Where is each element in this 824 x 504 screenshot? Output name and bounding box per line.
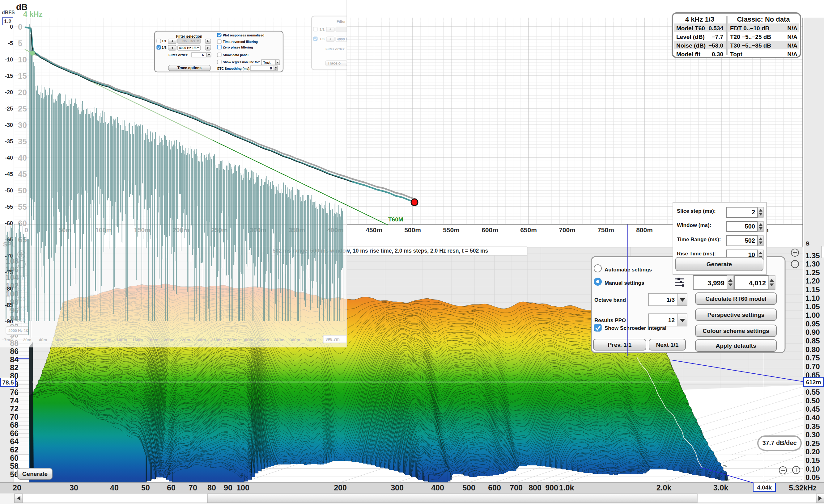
svg-text:86: 86 xyxy=(10,347,18,356)
svg-text:1/3: 1/3 xyxy=(667,296,675,303)
svg-text:Window (ms):: Window (ms): xyxy=(677,222,711,228)
svg-text:900: 900 xyxy=(545,483,558,492)
svg-text:Next 1/1: Next 1/1 xyxy=(656,342,679,348)
svg-text:70: 70 xyxy=(10,412,18,421)
svg-text:700: 700 xyxy=(510,483,523,492)
svg-text:200: 200 xyxy=(334,483,347,492)
svg-text:3,999: 3,999 xyxy=(708,279,724,287)
svg-text:500m: 500m xyxy=(404,226,421,234)
svg-text:Show Schroeder integral: Show Schroeder integral xyxy=(605,325,666,331)
svg-text:1.35: 1.35 xyxy=(806,251,820,260)
svg-text:0.55: 0.55 xyxy=(806,388,820,396)
svg-text:N/A: N/A xyxy=(787,42,798,49)
svg-text:50: 50 xyxy=(141,483,150,492)
svg-text:76: 76 xyxy=(10,388,18,396)
svg-text:500: 500 xyxy=(745,223,755,230)
svg-text:-15: -15 xyxy=(5,73,13,79)
svg-text:400: 400 xyxy=(431,483,444,492)
svg-text:66: 66 xyxy=(10,429,18,437)
svg-text:Manual settings: Manual settings xyxy=(605,280,644,286)
svg-text:s: s xyxy=(806,239,810,247)
svg-text:-25: -25 xyxy=(5,106,13,112)
svg-text:Perspective settings: Perspective settings xyxy=(708,311,765,318)
svg-text:0.25: 0.25 xyxy=(806,439,820,448)
svg-text:EDT 0..−10 dB: EDT 0..−10 dB xyxy=(730,25,769,31)
svg-text:700m: 700m xyxy=(559,226,576,234)
svg-text:-35: -35 xyxy=(5,138,13,144)
svg-text:T20 −5..−25 dB: T20 −5..−25 dB xyxy=(730,34,771,40)
svg-text:Generate: Generate xyxy=(22,471,47,477)
svg-text:Trace options: Trace options xyxy=(178,66,202,70)
svg-text:Show data panel: Show data panel xyxy=(223,53,248,57)
svg-text:ETC Smoothing (ms):: ETC Smoothing (ms): xyxy=(217,67,250,71)
svg-text:550m: 550m xyxy=(443,226,459,234)
svg-text:Topt: Topt xyxy=(730,51,742,57)
svg-text:0.85: 0.85 xyxy=(806,337,820,345)
svg-text:1.00: 1.00 xyxy=(806,311,820,319)
svg-text:4000 Hz 1/3: 4000 Hz 1/3 xyxy=(179,46,197,50)
svg-text:78.5: 78.5 xyxy=(2,379,14,386)
svg-text:1.2: 1.2 xyxy=(4,18,11,24)
svg-text:Show regression line for:: Show regression line for: xyxy=(223,60,260,64)
svg-text:37.7 dB/dec: 37.7 dB/dec xyxy=(762,439,797,446)
svg-text:Octave band: Octave band xyxy=(594,297,626,303)
svg-text:Colour scheme settings: Colour scheme settings xyxy=(703,328,769,334)
svg-text:0.534: 0.534 xyxy=(708,25,723,31)
svg-text:Level (dB): Level (dB) xyxy=(676,34,705,40)
svg-text:2.0k: 2.0k xyxy=(656,483,672,492)
svg-text:-80: -80 xyxy=(5,286,13,292)
svg-text:Filter order:: Filter order: xyxy=(169,53,189,57)
svg-text:0.80: 0.80 xyxy=(806,345,820,354)
svg-text:1.10: 1.10 xyxy=(806,294,820,302)
svg-text:68: 68 xyxy=(10,421,18,429)
svg-text:82: 82 xyxy=(10,363,18,372)
svg-text:Automatic settings: Automatic settings xyxy=(605,267,652,273)
svg-text:-85: -85 xyxy=(5,302,13,308)
svg-text:0.50: 0.50 xyxy=(806,396,820,405)
svg-text:612m: 612m xyxy=(806,379,821,385)
svg-text:0.35: 0.35 xyxy=(806,422,820,430)
svg-text:0.75: 0.75 xyxy=(806,354,820,362)
svg-text:20: 20 xyxy=(13,483,21,492)
svg-text:64: 64 xyxy=(10,437,18,446)
svg-text:-60: -60 xyxy=(5,220,13,226)
svg-text:450m: 450m xyxy=(366,226,382,234)
svg-text:dBFS: dBFS xyxy=(2,10,15,15)
svg-text:0.70: 0.70 xyxy=(806,362,820,371)
svg-text:1/1: 1/1 xyxy=(162,39,167,43)
svg-text:Apply defaults: Apply defaults xyxy=(716,343,756,349)
svg-text:0.05: 0.05 xyxy=(806,473,820,482)
svg-text:4,012: 4,012 xyxy=(749,279,766,287)
svg-text:58: 58 xyxy=(10,462,18,470)
svg-text:1.05: 1.05 xyxy=(806,302,820,311)
svg-text:600m: 600m xyxy=(482,226,498,234)
svg-text:0.30: 0.30 xyxy=(712,51,723,57)
svg-text:N/A: N/A xyxy=(787,51,798,57)
svg-text:4 kHz: 4 kHz xyxy=(23,10,43,18)
svg-text:800m: 800m xyxy=(636,226,653,234)
svg-text:-20: -20 xyxy=(5,89,13,96)
svg-text:12: 12 xyxy=(668,317,675,323)
svg-text:Filter selection: Filter selection xyxy=(176,34,202,39)
svg-text:Time Range (ms):: Time Range (ms): xyxy=(677,237,721,242)
svg-text:0.20: 0.20 xyxy=(806,448,820,456)
svg-text:−53.0: −53.0 xyxy=(708,42,723,49)
svg-text:0.10: 0.10 xyxy=(806,465,820,473)
svg-text:-90: -90 xyxy=(5,319,13,325)
svg-text:60: 60 xyxy=(167,483,176,492)
svg-text:-40: -40 xyxy=(5,155,13,161)
svg-text:-55: -55 xyxy=(5,204,13,210)
svg-text:-30: -30 xyxy=(5,122,13,128)
svg-text:Generate: Generate xyxy=(707,261,732,267)
svg-text:6: 6 xyxy=(202,53,204,57)
svg-text:502: 502 xyxy=(745,237,755,244)
svg-text:Plot responses normalised: Plot responses normalised xyxy=(223,33,264,37)
svg-text:800: 800 xyxy=(528,483,541,492)
svg-text:74: 74 xyxy=(10,396,18,405)
svg-text:80: 80 xyxy=(207,483,216,492)
svg-text:No Filter: No Filter xyxy=(182,39,195,43)
svg-text:1/3: 1/3 xyxy=(162,46,167,49)
svg-text:500: 500 xyxy=(462,483,475,492)
svg-text:0.90: 0.90 xyxy=(806,328,820,336)
svg-text:Classic: No data: Classic: No data xyxy=(737,15,790,23)
